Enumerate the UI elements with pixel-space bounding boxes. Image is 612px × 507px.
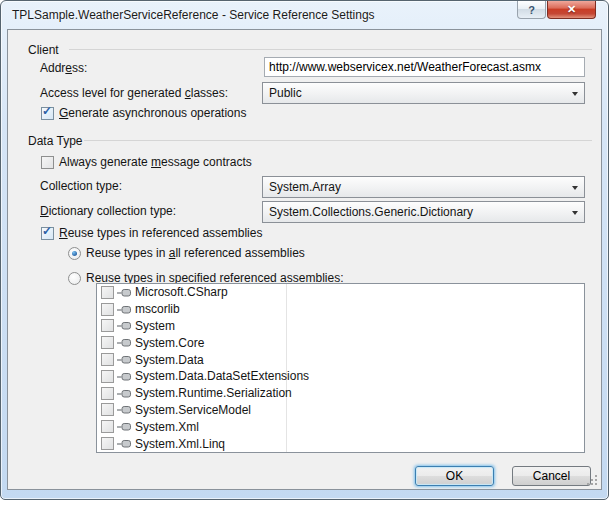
reuse-all-label: Reuse types in all referenced assemblies	[86, 247, 305, 260]
assembly-name: System.Xml.Linq	[135, 437, 225, 451]
address-label: Address:	[40, 62, 87, 75]
check-icon: ✓	[42, 225, 52, 238]
access-level-label: Access level for generated classes:	[40, 87, 228, 100]
client-section-title: Client	[28, 43, 59, 57]
data-type-section-title: Data Type	[28, 134, 82, 148]
assembly-checkbox[interactable]	[101, 420, 114, 433]
list-item[interactable]: System.Xml.Linq	[97, 435, 584, 452]
assembly-name: Microsoft.CSharp	[135, 285, 228, 299]
assembly-icon	[117, 421, 132, 432]
radio-dot-icon	[72, 251, 77, 256]
dictionary-type-combobox[interactable]: System.Collections.Generic.Dictionary	[262, 201, 585, 223]
list-item[interactable]: System.Xml	[97, 418, 584, 435]
message-contracts-checkbox[interactable]: ✓	[41, 156, 54, 169]
list-item[interactable]: Microsoft.CSharp	[97, 284, 584, 301]
list-item[interactable]: System	[97, 318, 584, 335]
dictionary-type-value: System.Collections.Generic.Dictionary	[269, 205, 473, 219]
list-item[interactable]: System.Data.DataSetExtensions	[97, 368, 584, 385]
assembly-icon	[117, 354, 132, 365]
chevron-down-icon	[572, 92, 578, 96]
collection-type-value: System.Array	[269, 180, 341, 194]
assembly-name: System.Data	[135, 353, 204, 367]
chevron-down-icon	[572, 186, 578, 190]
assembly-checkbox[interactable]	[101, 303, 114, 316]
assembly-checkbox[interactable]	[101, 286, 114, 299]
assembly-checkbox[interactable]	[101, 353, 114, 366]
access-level-value: Public	[269, 86, 302, 100]
help-icon: ?	[528, 4, 535, 16]
list-item[interactable]: System.Data	[97, 351, 584, 368]
help-button[interactable]: ?	[517, 1, 546, 19]
address-input[interactable]	[264, 57, 585, 77]
generate-async-checkbox[interactable]: ✓	[41, 107, 54, 120]
reuse-all-radio[interactable]	[68, 247, 81, 260]
check-icon: ✓	[42, 105, 52, 118]
assembly-name: System.Core	[135, 336, 204, 350]
assembly-icon	[117, 371, 132, 382]
assembly-icon	[117, 438, 132, 449]
assembly-checkbox[interactable]	[101, 370, 114, 383]
assembly-icon	[117, 404, 132, 415]
access-level-combobox[interactable]: Public	[262, 82, 585, 104]
cancel-button[interactable]: Cancel	[512, 466, 591, 486]
assembly-icon	[117, 304, 132, 315]
list-item[interactable]: System.Core	[97, 334, 584, 351]
assembly-name: System.Runtime.Serialization	[135, 386, 292, 400]
reuse-types-checkbox[interactable]: ✓	[41, 227, 54, 240]
reuse-specified-radio[interactable]	[68, 272, 81, 285]
assemblies-listbox[interactable]: Microsoft.CSharp mscorlib	[96, 283, 585, 453]
message-contracts-label: Always generate message contracts	[59, 156, 252, 169]
assembly-name: mscorlib	[135, 302, 180, 316]
close-button[interactable]: ✕	[547, 1, 596, 19]
client-section-divider	[69, 49, 592, 50]
assembly-icon	[117, 287, 132, 298]
assembly-checkbox[interactable]	[101, 403, 114, 416]
assembly-checkbox[interactable]	[101, 387, 114, 400]
generate-async-label: Generate asynchronous operations	[59, 107, 246, 120]
assembly-name: System.Data.DataSetExtensions	[135, 369, 309, 383]
assembly-checkbox[interactable]	[101, 319, 114, 332]
window-title: TPLSample.WeatherServiceReference - Serv…	[12, 8, 375, 22]
titlebar[interactable]: TPLSample.WeatherServiceReference - Serv…	[1, 1, 608, 29]
assembly-icon	[117, 337, 132, 348]
dialog-content: Client Address: Access level for generat…	[7, 29, 602, 490]
list-item[interactable]: System.Runtime.Serialization	[97, 385, 584, 402]
assembly-checkbox[interactable]	[101, 437, 114, 450]
assembly-name: System	[135, 319, 175, 333]
list-item[interactable]: mscorlib	[97, 301, 584, 318]
assembly-icon	[117, 320, 132, 331]
assembly-icon	[117, 388, 132, 399]
service-reference-settings-dialog: TPLSample.WeatherServiceReference - Serv…	[0, 0, 609, 500]
reuse-types-label: Reuse types in referenced assemblies	[59, 227, 262, 240]
close-icon: ✕	[567, 3, 576, 16]
collection-type-combobox[interactable]: System.Array	[262, 176, 585, 198]
assembly-name: System.ServiceModel	[135, 403, 251, 417]
resize-grip[interactable]	[586, 474, 599, 487]
chevron-down-icon	[572, 211, 578, 215]
dictionary-type-label: Dictionary collection type:	[40, 205, 176, 218]
assemblies-list: Microsoft.CSharp mscorlib	[97, 284, 584, 452]
list-item[interactable]: System.ServiceModel	[97, 402, 584, 419]
assembly-name: System.Xml	[135, 420, 199, 434]
ok-button[interactable]: OK	[415, 466, 494, 486]
data-type-section-divider	[84, 140, 592, 141]
assembly-checkbox[interactable]	[101, 336, 114, 349]
collection-type-label: Collection type:	[40, 180, 122, 193]
